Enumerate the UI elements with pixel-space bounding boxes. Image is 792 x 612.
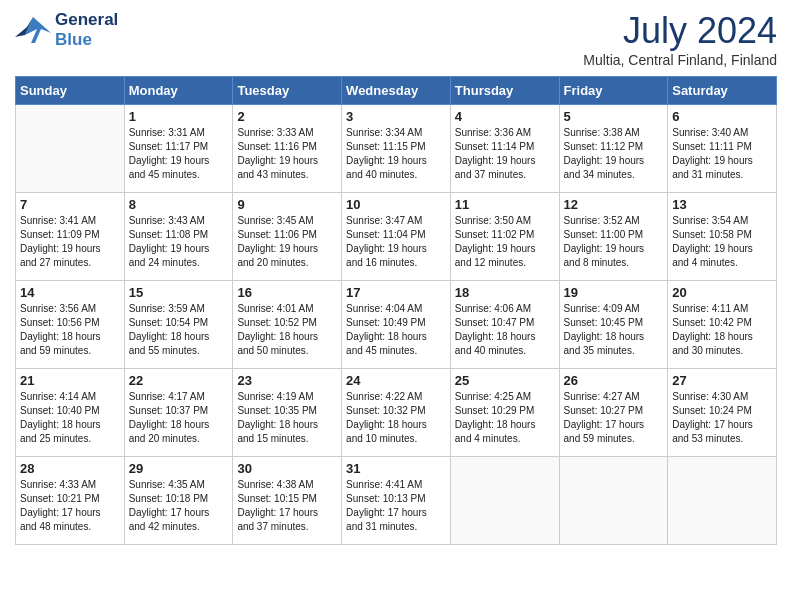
day-info: Sunrise: 4:35 AM Sunset: 10:18 PM Daylig… <box>129 478 229 534</box>
calendar-cell: 24Sunrise: 4:22 AM Sunset: 10:32 PM Dayl… <box>342 369 451 457</box>
svg-marker-0 <box>25 17 51 43</box>
logo-icon <box>15 15 51 45</box>
weekday-header-row: SundayMondayTuesdayWednesdayThursdayFrid… <box>16 77 777 105</box>
day-info: Sunrise: 3:56 AM Sunset: 10:56 PM Daylig… <box>20 302 120 358</box>
day-number: 7 <box>20 197 120 212</box>
day-number: 22 <box>129 373 229 388</box>
day-info: Sunrise: 3:54 AM Sunset: 10:58 PM Daylig… <box>672 214 772 270</box>
calendar-cell <box>16 105 125 193</box>
day-info: Sunrise: 3:45 AM Sunset: 11:06 PM Daylig… <box>237 214 337 270</box>
calendar-cell: 6Sunrise: 3:40 AM Sunset: 11:11 PM Dayli… <box>668 105 777 193</box>
day-info: Sunrise: 4:33 AM Sunset: 10:21 PM Daylig… <box>20 478 120 534</box>
day-info: Sunrise: 3:43 AM Sunset: 11:08 PM Daylig… <box>129 214 229 270</box>
calendar-week-row: 14Sunrise: 3:56 AM Sunset: 10:56 PM Dayl… <box>16 281 777 369</box>
calendar-cell: 23Sunrise: 4:19 AM Sunset: 10:35 PM Dayl… <box>233 369 342 457</box>
day-info: Sunrise: 3:36 AM Sunset: 11:14 PM Daylig… <box>455 126 555 182</box>
calendar-cell: 12Sunrise: 3:52 AM Sunset: 11:00 PM Dayl… <box>559 193 668 281</box>
day-info: Sunrise: 4:06 AM Sunset: 10:47 PM Daylig… <box>455 302 555 358</box>
day-number: 25 <box>455 373 555 388</box>
calendar-cell: 29Sunrise: 4:35 AM Sunset: 10:18 PM Dayl… <box>124 457 233 545</box>
weekday-header-sunday: Sunday <box>16 77 125 105</box>
day-info: Sunrise: 4:25 AM Sunset: 10:29 PM Daylig… <box>455 390 555 446</box>
day-info: Sunrise: 4:27 AM Sunset: 10:27 PM Daylig… <box>564 390 664 446</box>
calendar-table: SundayMondayTuesdayWednesdayThursdayFrid… <box>15 76 777 545</box>
calendar-cell: 21Sunrise: 4:14 AM Sunset: 10:40 PM Dayl… <box>16 369 125 457</box>
day-info: Sunrise: 4:04 AM Sunset: 10:49 PM Daylig… <box>346 302 446 358</box>
calendar-cell: 4Sunrise: 3:36 AM Sunset: 11:14 PM Dayli… <box>450 105 559 193</box>
day-number: 28 <box>20 461 120 476</box>
day-info: Sunrise: 4:22 AM Sunset: 10:32 PM Daylig… <box>346 390 446 446</box>
calendar-cell: 17Sunrise: 4:04 AM Sunset: 10:49 PM Dayl… <box>342 281 451 369</box>
day-info: Sunrise: 4:30 AM Sunset: 10:24 PM Daylig… <box>672 390 772 446</box>
calendar-week-row: 1Sunrise: 3:31 AM Sunset: 11:17 PM Dayli… <box>16 105 777 193</box>
calendar-cell: 18Sunrise: 4:06 AM Sunset: 10:47 PM Dayl… <box>450 281 559 369</box>
day-number: 23 <box>237 373 337 388</box>
day-info: Sunrise: 3:50 AM Sunset: 11:02 PM Daylig… <box>455 214 555 270</box>
logo-line1: General <box>55 10 118 30</box>
weekday-header-thursday: Thursday <box>450 77 559 105</box>
day-info: Sunrise: 3:40 AM Sunset: 11:11 PM Daylig… <box>672 126 772 182</box>
calendar-cell: 26Sunrise: 4:27 AM Sunset: 10:27 PM Dayl… <box>559 369 668 457</box>
calendar-cell: 11Sunrise: 3:50 AM Sunset: 11:02 PM Dayl… <box>450 193 559 281</box>
weekday-header-wednesday: Wednesday <box>342 77 451 105</box>
day-number: 13 <box>672 197 772 212</box>
day-number: 24 <box>346 373 446 388</box>
weekday-header-tuesday: Tuesday <box>233 77 342 105</box>
day-info: Sunrise: 3:33 AM Sunset: 11:16 PM Daylig… <box>237 126 337 182</box>
weekday-header-friday: Friday <box>559 77 668 105</box>
day-number: 2 <box>237 109 337 124</box>
day-number: 11 <box>455 197 555 212</box>
calendar-cell: 7Sunrise: 3:41 AM Sunset: 11:09 PM Dayli… <box>16 193 125 281</box>
logo: General Blue <box>15 10 118 51</box>
day-number: 6 <box>672 109 772 124</box>
logo-line2: Blue <box>55 30 118 50</box>
day-number: 20 <box>672 285 772 300</box>
calendar-cell <box>559 457 668 545</box>
day-number: 3 <box>346 109 446 124</box>
calendar-cell: 1Sunrise: 3:31 AM Sunset: 11:17 PM Dayli… <box>124 105 233 193</box>
day-info: Sunrise: 3:59 AM Sunset: 10:54 PM Daylig… <box>129 302 229 358</box>
calendar-cell: 20Sunrise: 4:11 AM Sunset: 10:42 PM Dayl… <box>668 281 777 369</box>
day-number: 9 <box>237 197 337 212</box>
day-info: Sunrise: 4:01 AM Sunset: 10:52 PM Daylig… <box>237 302 337 358</box>
calendar-cell: 5Sunrise: 3:38 AM Sunset: 11:12 PM Dayli… <box>559 105 668 193</box>
calendar-cell: 31Sunrise: 4:41 AM Sunset: 10:13 PM Dayl… <box>342 457 451 545</box>
day-number: 30 <box>237 461 337 476</box>
day-number: 5 <box>564 109 664 124</box>
day-info: Sunrise: 4:19 AM Sunset: 10:35 PM Daylig… <box>237 390 337 446</box>
calendar-cell: 13Sunrise: 3:54 AM Sunset: 10:58 PM Dayl… <box>668 193 777 281</box>
day-number: 29 <box>129 461 229 476</box>
calendar-header: SundayMondayTuesdayWednesdayThursdayFrid… <box>16 77 777 105</box>
day-number: 15 <box>129 285 229 300</box>
day-number: 10 <box>346 197 446 212</box>
calendar-cell: 8Sunrise: 3:43 AM Sunset: 11:08 PM Dayli… <box>124 193 233 281</box>
day-number: 1 <box>129 109 229 124</box>
day-number: 8 <box>129 197 229 212</box>
month-year-title: July 2024 <box>583 10 777 52</box>
calendar-cell: 15Sunrise: 3:59 AM Sunset: 10:54 PM Dayl… <box>124 281 233 369</box>
day-info: Sunrise: 3:34 AM Sunset: 11:15 PM Daylig… <box>346 126 446 182</box>
calendar-cell: 27Sunrise: 4:30 AM Sunset: 10:24 PM Dayl… <box>668 369 777 457</box>
calendar-cell: 14Sunrise: 3:56 AM Sunset: 10:56 PM Dayl… <box>16 281 125 369</box>
weekday-header-saturday: Saturday <box>668 77 777 105</box>
calendar-cell: 10Sunrise: 3:47 AM Sunset: 11:04 PM Dayl… <box>342 193 451 281</box>
page-header: General Blue July 2024 Multia, Central F… <box>15 10 777 68</box>
day-info: Sunrise: 4:38 AM Sunset: 10:15 PM Daylig… <box>237 478 337 534</box>
day-info: Sunrise: 3:41 AM Sunset: 11:09 PM Daylig… <box>20 214 120 270</box>
day-info: Sunrise: 4:11 AM Sunset: 10:42 PM Daylig… <box>672 302 772 358</box>
day-info: Sunrise: 4:17 AM Sunset: 10:37 PM Daylig… <box>129 390 229 446</box>
day-info: Sunrise: 4:09 AM Sunset: 10:45 PM Daylig… <box>564 302 664 358</box>
calendar-cell: 19Sunrise: 4:09 AM Sunset: 10:45 PM Dayl… <box>559 281 668 369</box>
location-subtitle: Multia, Central Finland, Finland <box>583 52 777 68</box>
day-number: 14 <box>20 285 120 300</box>
day-number: 26 <box>564 373 664 388</box>
calendar-cell: 16Sunrise: 4:01 AM Sunset: 10:52 PM Dayl… <box>233 281 342 369</box>
calendar-cell: 28Sunrise: 4:33 AM Sunset: 10:21 PM Dayl… <box>16 457 125 545</box>
day-number: 31 <box>346 461 446 476</box>
calendar-cell: 30Sunrise: 4:38 AM Sunset: 10:15 PM Dayl… <box>233 457 342 545</box>
day-number: 12 <box>564 197 664 212</box>
day-info: Sunrise: 3:52 AM Sunset: 11:00 PM Daylig… <box>564 214 664 270</box>
day-info: Sunrise: 4:41 AM Sunset: 10:13 PM Daylig… <box>346 478 446 534</box>
calendar-cell: 9Sunrise: 3:45 AM Sunset: 11:06 PM Dayli… <box>233 193 342 281</box>
day-number: 21 <box>20 373 120 388</box>
